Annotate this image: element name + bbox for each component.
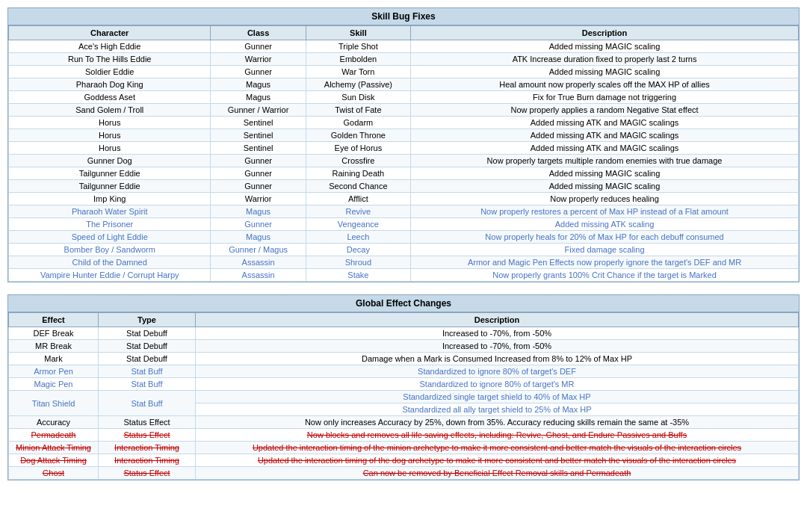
description-cell: Now properly applies a random Negative S… <box>411 104 799 117</box>
description-cell: Added missing MAGIC scaling <box>411 180 799 193</box>
skill-cell: Leech <box>306 231 410 244</box>
char-cell: Vampire Hunter Eddie / Corrupt Harpy <box>9 269 211 282</box>
type-cell: Stat Buff <box>99 365 196 378</box>
skill-cell: Eye of Horus <box>306 142 410 155</box>
type-cell: Status Effect <box>99 467 196 480</box>
effect-cell: Titan Shield <box>9 391 99 416</box>
description-cell: Armor and Magic Pen Effects now properly… <box>411 256 799 269</box>
table-row: HorusSentinelEye of HorusAdded missing A… <box>9 142 799 155</box>
char-cell: Tailgunner Eddie <box>9 180 211 193</box>
description-cell: Now properly grants 100% Crit Chance if … <box>411 269 799 282</box>
table-row: Gunner DogGunnerCrossfireNow properly ta… <box>9 155 799 167</box>
char-cell: Imp King <box>9 193 211 205</box>
type-cell: Interaction Timing <box>99 454 196 467</box>
class-cell: Assassin <box>211 269 306 282</box>
description-cell: Now properly reduces healing <box>411 193 799 205</box>
table-row: Bomber Boy / SandwormGunner / MagusDecay… <box>9 244 799 256</box>
class-cell: Magus <box>211 231 306 244</box>
description-cell: Standardized all ally target shield to 2… <box>196 403 799 416</box>
effect-cell: Permadeath <box>9 429 99 442</box>
char-cell: Horus <box>9 142 211 155</box>
char-cell: Sand Golem / Troll <box>9 104 211 117</box>
type-cell: Status Effect <box>99 416 196 429</box>
table-row: Imp KingWarriorAfflictNow properly reduc… <box>9 193 799 205</box>
skill-cell: Golden Throne <box>306 129 410 142</box>
table-row: Speed of Light EddieMagusLeechNow proper… <box>9 231 799 244</box>
table-row: Pharaoh Dog KingMagusAlchemy (Passive)He… <box>9 78 799 91</box>
table-row: MarkStat DebuffDamage when a Mark is Con… <box>9 353 799 365</box>
table-row: Dog Attack TimingInteraction TimingUpdat… <box>9 454 799 467</box>
effect-cell: Minion Attack Timing <box>9 442 99 454</box>
description-cell: Added missing ATK and MAGIC scalings <box>411 117 799 129</box>
description-cell: Added missing MAGIC scaling <box>411 167 799 180</box>
description-cell: Now blocks and removes all life saving e… <box>196 429 799 442</box>
description-cell: Standardized to ignore 80% of target's M… <box>196 378 799 391</box>
class-cell: Magus <box>211 78 306 91</box>
class-cell: Assassin <box>211 256 306 269</box>
global-table-header-row: Effect Type Description <box>9 313 799 327</box>
global-effect-changes-section: Global Effect Changes Effect Type Descri… <box>7 294 800 480</box>
skill-cell: Embolden <box>306 53 410 66</box>
table-row: HorusSentinelGodarmAdded missing ATK and… <box>9 117 799 129</box>
class-cell: Sentinel <box>211 129 306 142</box>
skill-cell: Sun Disk <box>306 91 410 104</box>
char-cell: Horus <box>9 117 211 129</box>
char-cell: Pharaoh Dog King <box>9 78 211 91</box>
skill-cell: Triple Shot <box>306 40 410 53</box>
class-cell: Gunner <box>211 40 306 53</box>
skill-cell: Alchemy (Passive) <box>306 78 410 91</box>
col-class: Class <box>211 26 306 40</box>
skill-cell: Raining Death <box>306 167 410 180</box>
table-row: DEF BreakStat DebuffIncreased to -70%, f… <box>9 327 799 340</box>
char-cell: Soldier Eddie <box>9 66 211 78</box>
table-row: Sand Golem / TrollGunner / WarriorTwist … <box>9 104 799 117</box>
type-cell: Stat Buff <box>99 391 196 416</box>
type-cell: Stat Debuff <box>99 353 196 365</box>
description-cell: Damage when a Mark is Consumed Increased… <box>196 353 799 365</box>
description-cell: Updated the interaction timing of the mi… <box>196 442 799 454</box>
char-cell: Speed of Light Eddie <box>9 231 211 244</box>
table-row: Goddess AsetMagusSun DiskFix for True Bu… <box>9 91 799 104</box>
table-row: Tailgunner EddieGunnerSecond ChanceAdded… <box>9 180 799 193</box>
char-cell: Pharaoh Water Spirit <box>9 205 211 218</box>
char-cell: Bomber Boy / Sandworm <box>9 244 211 256</box>
char-cell: Run To The Hills Eddie <box>9 53 211 66</box>
table-row: AccuracyStatus EffectNow only increases … <box>9 416 799 429</box>
type-cell: Status Effect <box>99 429 196 442</box>
col-type: Type <box>99 313 196 327</box>
table-row: GhostStatus EffectCan now be removed by … <box>9 467 799 480</box>
effect-cell: Ghost <box>9 467 99 480</box>
skill-cell: Shroud <box>306 256 410 269</box>
description-cell: ATK Increase duration fixed to properly … <box>411 53 799 66</box>
description-cell: Now only increases Accuracy by 25%, down… <box>196 416 799 429</box>
class-cell: Warrior <box>211 193 306 205</box>
class-cell: Gunner <box>211 66 306 78</box>
class-cell: Magus <box>211 91 306 104</box>
effect-cell: Accuracy <box>9 416 99 429</box>
skill-cell: Vengeance <box>306 218 410 231</box>
effect-cell: Armor Pen <box>9 365 99 378</box>
skill-cell: Twist of Fate <box>306 104 410 117</box>
description-cell: Now properly restores a percent of Max H… <box>411 205 799 218</box>
effect-cell: Mark <box>9 353 99 365</box>
description-cell: Now properly targets multiple random ene… <box>411 155 799 167</box>
global-effect-changes-title: Global Effect Changes <box>8 295 799 312</box>
description-cell: Added missing ATK and MAGIC scalings <box>411 129 799 142</box>
col-description: Description <box>196 313 799 327</box>
effect-cell: DEF Break <box>9 327 99 340</box>
table-row: Child of the DamnedAssassinShroudArmor a… <box>9 256 799 269</box>
skill-bug-fixes-title: Skill Bug Fixes <box>8 8 799 25</box>
table-row: PermadeathStatus EffectNow blocks and re… <box>9 429 799 442</box>
table-row: MR BreakStat DebuffIncreased to -70%, fr… <box>9 340 799 353</box>
skill-cell: Revive <box>306 205 410 218</box>
skill-cell: Stake <box>306 269 410 282</box>
description-cell: Standardized to ignore 80% of target's D… <box>196 365 799 378</box>
table-row: Pharaoh Water SpiritMagusReviveNow prope… <box>9 205 799 218</box>
skill-table-header-row: Character Class Skill Description <box>9 26 799 40</box>
type-cell: Stat Debuff <box>99 327 196 340</box>
skill-cell: Second Chance <box>306 180 410 193</box>
type-cell: Stat Buff <box>99 378 196 391</box>
description-cell: Added missing MAGIC scaling <box>411 40 799 53</box>
description-cell: Heal amount now properly scales off the … <box>411 78 799 91</box>
description-cell: Added missing ATK and MAGIC scalings <box>411 142 799 155</box>
